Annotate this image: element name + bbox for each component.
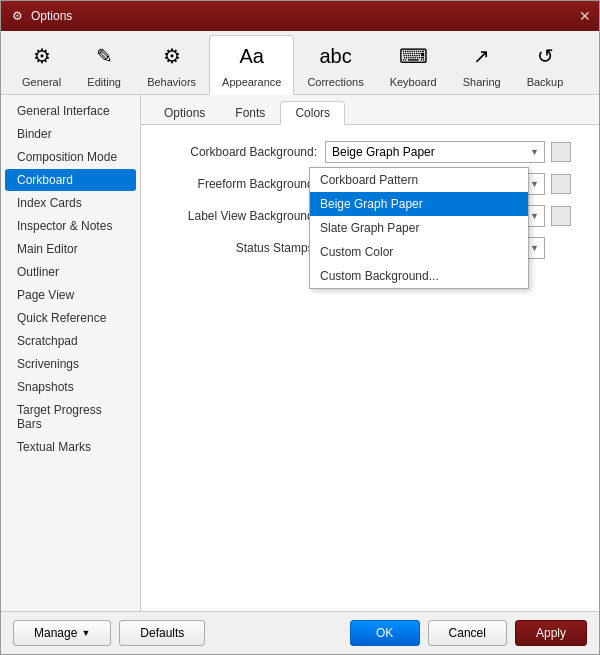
ok-button[interactable]: OK (350, 620, 420, 646)
backup-label: Backup (527, 76, 564, 88)
appearance-label: Appearance (222, 76, 281, 88)
select-corkboard-bg[interactable]: Beige Graph Paper (325, 141, 545, 163)
close-icon[interactable]: ✕ (579, 8, 591, 24)
sidebar-item-index-cards[interactable]: Index Cards (5, 192, 136, 214)
manage-label: Manage (34, 626, 77, 640)
control-wrap-corkboard-bg: Beige Graph Paper (325, 141, 583, 163)
toolbar-item-appearance[interactable]: Aa Appearance (209, 35, 294, 95)
toolbar-item-sharing[interactable]: ↗ Sharing (450, 35, 514, 94)
sidebar-item-corkboard[interactable]: Corkboard (5, 169, 136, 191)
sidebar-item-outliner[interactable]: Outliner (5, 261, 136, 283)
content-body: Corkboard Background:Beige Graph PaperFr… (141, 125, 599, 611)
sidebar-item-snapshots[interactable]: Snapshots (5, 376, 136, 398)
label-status-stamps: Status Stamps: (157, 241, 317, 255)
sharing-label: Sharing (463, 76, 501, 88)
toolbar-item-general[interactable]: ⚙ General (9, 35, 74, 94)
dropdown-item-custom-color[interactable]: Custom Color (310, 240, 528, 264)
color-swatch-freeform-bg[interactable] (551, 174, 571, 194)
sidebar-item-binder[interactable]: Binder (5, 123, 136, 145)
color-swatch-label-view-bg[interactable] (551, 206, 571, 226)
manage-button[interactable]: Manage ▼ (13, 620, 111, 646)
cancel-button[interactable]: Cancel (428, 620, 507, 646)
bottom-left: Manage ▼ Defaults (13, 620, 205, 646)
form-row-corkboard-bg: Corkboard Background:Beige Graph Paper (157, 141, 583, 163)
toolbar-item-editing[interactable]: ✎ Editing (74, 35, 134, 94)
toolbar-item-backup[interactable]: ↺ Backup (514, 35, 577, 94)
window-title: Options (31, 9, 72, 23)
sub-tab-options[interactable]: Options (149, 101, 220, 124)
general-icon: ⚙ (26, 40, 58, 72)
manage-arrow-icon: ▼ (81, 628, 90, 638)
sidebar-item-target-progress[interactable]: Target Progress Bars (5, 399, 136, 435)
behaviors-label: Behaviors (147, 76, 196, 88)
dropdown-overlay[interactable]: Corkboard PatternBeige Graph PaperSlate … (309, 167, 529, 289)
sidebar-item-page-view[interactable]: Page View (5, 284, 136, 306)
toolbar-item-corrections[interactable]: abc Corrections (294, 35, 376, 94)
dropdown-item-slate-graph-paper[interactable]: Slate Graph Paper (310, 216, 528, 240)
editing-icon: ✎ (88, 40, 120, 72)
sidebar-item-scrivenings[interactable]: Scrivenings (5, 353, 136, 375)
dropdown-item-custom-background[interactable]: Custom Background... (310, 264, 528, 288)
main-area: General InterfaceBinderComposition ModeC… (1, 95, 599, 611)
sidebar-item-textual-marks[interactable]: Textual Marks (5, 436, 136, 458)
window-icon: ⚙ (9, 8, 25, 24)
bottom-right: OK Cancel Apply (350, 620, 587, 646)
toolbar-item-keyboard[interactable]: ⌨ Keyboard (377, 35, 450, 94)
bottom-bar: Manage ▼ Defaults OK Cancel Apply (1, 611, 599, 654)
corrections-icon: abc (320, 40, 352, 72)
editing-label: Editing (87, 76, 121, 88)
keyboard-icon: ⌨ (397, 40, 429, 72)
defaults-button[interactable]: Defaults (119, 620, 205, 646)
title-bar: ⚙ Options ✕ (1, 1, 599, 31)
backup-icon: ↺ (529, 40, 561, 72)
sidebar-item-quick-reference[interactable]: Quick Reference (5, 307, 136, 329)
dropdown-item-beige-graph-paper[interactable]: Beige Graph Paper (310, 192, 528, 216)
sidebar-item-main-editor[interactable]: Main Editor (5, 238, 136, 260)
sharing-icon: ↗ (466, 40, 498, 72)
behaviors-icon: ⚙ (156, 40, 188, 72)
sub-tab-fonts[interactable]: Fonts (220, 101, 280, 124)
dropdown-item-corkboard-pattern[interactable]: Corkboard Pattern (310, 168, 528, 192)
sub-tabs: OptionsFontsColors (141, 95, 599, 125)
sidebar-item-inspector-notes[interactable]: Inspector & Notes (5, 215, 136, 237)
color-swatch-corkboard-bg[interactable] (551, 142, 571, 162)
sidebar: General InterfaceBinderComposition ModeC… (1, 95, 141, 611)
sidebar-item-general-interface[interactable]: General Interface (5, 100, 136, 122)
appearance-icon: Aa (236, 40, 268, 72)
sidebar-item-composition-mode[interactable]: Composition Mode (5, 146, 136, 168)
sub-tab-colors[interactable]: Colors (280, 101, 345, 125)
toolbar: ⚙ General ✎ Editing ⚙ Behaviors Aa Appea… (1, 31, 599, 95)
title-bar-left: ⚙ Options (9, 8, 72, 24)
apply-button[interactable]: Apply (515, 620, 587, 646)
general-label: General (22, 76, 61, 88)
select-wrapper-corkboard-bg: Beige Graph Paper (325, 141, 545, 163)
sidebar-item-scratchpad[interactable]: Scratchpad (5, 330, 136, 352)
options-window: ⚙ Options ✕ ⚙ General ✎ Editing ⚙ Behavi… (0, 0, 600, 655)
content-panel: OptionsFontsColors Corkboard Background:… (141, 95, 599, 611)
label-freeform-bg: Freeform Background: (157, 177, 317, 191)
label-corkboard-bg: Corkboard Background: (157, 145, 317, 159)
corrections-label: Corrections (307, 76, 363, 88)
toolbar-item-behaviors[interactable]: ⚙ Behaviors (134, 35, 209, 94)
keyboard-label: Keyboard (390, 76, 437, 88)
label-label-view-bg: Label View Background: (157, 209, 317, 223)
